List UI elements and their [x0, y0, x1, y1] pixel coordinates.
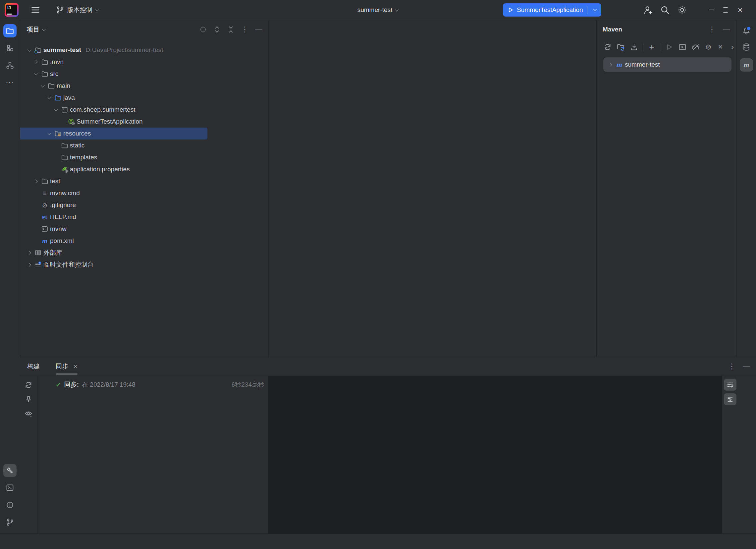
title-bar-actions: [643, 0, 687, 20]
run-config-dropdown[interactable]: [590, 5, 600, 15]
tree-item-help-md[interactable]: M↓ HELP.md: [20, 211, 268, 223]
tree-item-gitignore[interactable]: ⊘ .gitignore: [20, 199, 268, 211]
stripe-problems-button[interactable]: [3, 498, 17, 512]
close-tab-icon[interactable]: ×: [74, 363, 78, 370]
tree-item-scratches[interactable]: 临时文件和控制台: [20, 259, 268, 271]
more-options-icon[interactable]: ⋮: [241, 25, 249, 34]
stripe-vcs-button[interactable]: [3, 516, 17, 529]
execute-goal-icon[interactable]: [678, 43, 687, 51]
soft-wrap-toggle[interactable]: [724, 379, 736, 391]
tree-item-label: static: [70, 142, 84, 149]
skip-tests-icon[interactable]: ⊘: [705, 43, 712, 51]
tab-sync[interactable]: 同步 ×: [56, 357, 78, 376]
chevron-spacer: [59, 118, 66, 125]
chevron-collapsed-icon[interactable]: [26, 249, 33, 256]
chevron-expanded-icon[interactable]: [26, 47, 33, 53]
main-menu-button[interactable]: [27, 3, 44, 17]
squares-icon: [6, 44, 14, 52]
tree-item-external-libraries[interactable]: 外部库: [20, 247, 268, 259]
chevron-collapsed-icon[interactable]: [33, 178, 39, 185]
stripe-database-button[interactable]: [740, 40, 753, 54]
pin-icon[interactable]: [24, 395, 33, 404]
build-panel-actions: ⋮ —: [728, 362, 751, 371]
tree-item-application-properties[interactable]: application.properties: [20, 163, 268, 175]
editor-empty-area[interactable]: 随处搜索 双击 Shift 转到文件 Ctrl+Shift+N 最近的文件 Ct…: [269, 20, 596, 357]
tree-item-pom-xml[interactable]: m pom.xml: [20, 235, 268, 247]
tree-item-project-root[interactable]: summer-test D:\JavaProject\summer-test: [20, 44, 268, 56]
chevron-expanded-icon[interactable]: [39, 82, 46, 89]
window-close-button[interactable]: ×: [733, 0, 747, 20]
chevron-down-icon: [395, 8, 399, 12]
reload-projects-icon[interactable]: [603, 43, 612, 51]
generate-sources-folder-icon[interactable]: [617, 43, 625, 51]
tree-item-resources[interactable]: resources: [20, 128, 207, 139]
hide-panel-icon[interactable]: —: [742, 362, 751, 371]
stripe-structure-button[interactable]: [3, 59, 17, 72]
tab-build[interactable]: 构建: [27, 357, 40, 376]
tree-item-src[interactable]: src: [20, 68, 268, 80]
project-panel-header: 项目 ⋮ —: [20, 20, 268, 39]
tree-item-package[interactable]: com.sheep.summertest: [20, 104, 268, 116]
chevron-expanded-icon[interactable]: [53, 106, 59, 113]
tree-item-test[interactable]: test: [20, 175, 268, 187]
hide-panel-icon[interactable]: —: [722, 25, 731, 34]
chevron-expanded-icon[interactable]: [46, 94, 53, 101]
tree-item-label: java: [63, 94, 75, 101]
chevron-expanded-icon[interactable]: [46, 130, 53, 137]
tree-item-label: 外部库: [43, 248, 62, 257]
vcs-widget[interactable]: 版本控制: [52, 3, 102, 17]
folder-icon: [6, 27, 14, 35]
stripe-commit-button[interactable]: [3, 41, 17, 55]
run-build-icon[interactable]: [665, 43, 674, 51]
add-maven-project-icon[interactable]: +: [648, 43, 655, 51]
chevron-collapsed-icon[interactable]: [607, 61, 614, 68]
stripe-notifications-button[interactable]: [740, 24, 753, 37]
folder-icon: [61, 142, 68, 149]
window-maximize-button[interactable]: [718, 0, 733, 20]
chevron-expanded-icon[interactable]: [33, 71, 39, 77]
tree-item-main[interactable]: main: [20, 80, 268, 92]
sync-status-row[interactable]: ✔ 同步: 在 2022/8/17 19:48 6秒234毫秒: [37, 376, 268, 391]
settings-gear-icon[interactable]: [677, 5, 687, 15]
stripe-build-button[interactable]: [3, 464, 17, 477]
more-toolbar-icon[interactable]: ›: [729, 43, 736, 51]
more-options-icon[interactable]: ⋮: [728, 362, 736, 371]
stripe-maven-button[interactable]: m: [740, 58, 753, 72]
run-widget[interactable]: SummerTestApplication: [503, 3, 601, 17]
view-options-eye-icon[interactable]: [24, 409, 33, 418]
tree-item-static[interactable]: static: [20, 139, 268, 151]
collapse-all-icon[interactable]: ✕: [717, 43, 724, 51]
hide-panel-icon[interactable]: —: [254, 25, 263, 34]
expand-all-icon[interactable]: [213, 25, 221, 34]
chevron-collapsed-icon[interactable]: [26, 261, 33, 268]
tree-item-mvnw-cmd[interactable]: ≡ mvnw.cmd: [20, 187, 268, 199]
tree-item-java[interactable]: java: [20, 92, 268, 104]
hammer-icon: [6, 466, 14, 475]
close-icon: ×: [737, 6, 742, 14]
window-minimize-button[interactable]: [704, 0, 718, 20]
scroll-to-end-toggle[interactable]: [724, 393, 736, 405]
resync-icon[interactable]: [24, 381, 33, 389]
stripe-more-tools-button[interactable]: ⋯: [3, 76, 17, 89]
project-view-selector[interactable]: 项目: [27, 25, 45, 34]
build-output-console[interactable]: [268, 376, 722, 534]
build-tabs: 构建 同步 ×: [27, 357, 78, 376]
collapse-all-icon[interactable]: [227, 25, 235, 34]
project-switcher[interactable]: summer-test: [354, 3, 402, 17]
library-icon: [34, 249, 42, 256]
maven-project-row[interactable]: m summer-test: [603, 57, 731, 72]
tree-item-templates[interactable]: templates: [20, 151, 268, 163]
stripe-project-button[interactable]: [3, 24, 17, 37]
offline-mode-icon[interactable]: [691, 43, 700, 51]
download-sources-icon[interactable]: [630, 43, 638, 51]
search-icon[interactable]: [660, 5, 670, 15]
stripe-terminal-button[interactable]: [3, 481, 17, 494]
tree-item-mvnw[interactable]: mvnw: [20, 223, 268, 235]
tree-item-mvn[interactable]: .mvn: [20, 56, 268, 68]
tree-item-main-class[interactable]: SummerTestApplication: [20, 116, 268, 128]
add-user-icon[interactable]: [643, 5, 653, 15]
chevron-collapsed-icon[interactable]: [33, 59, 39, 65]
right-tool-stripe: m: [736, 20, 756, 357]
locate-file-icon[interactable]: [199, 25, 207, 34]
more-options-icon[interactable]: ⋮: [708, 25, 716, 34]
